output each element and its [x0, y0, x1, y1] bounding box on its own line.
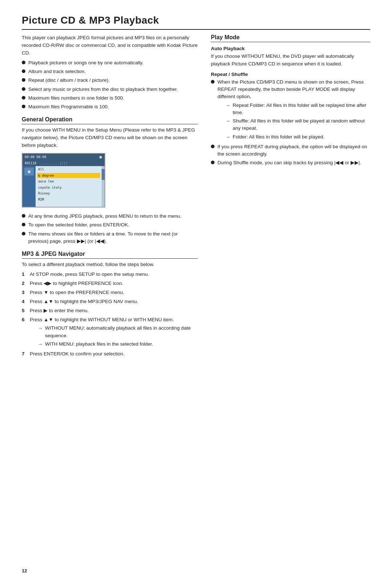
bullet-icon — [22, 105, 25, 108]
features-list: Playback pictures or songs one by one au… — [22, 59, 198, 111]
bullet-icon — [22, 232, 25, 235]
screen-list-item-disney: Disney — [37, 191, 100, 196]
step-number: 2 — [22, 280, 27, 287]
arrow-icon: → — [38, 341, 43, 348]
bullet-icon — [22, 61, 25, 64]
step-text: Press ◀▶ to highlight PREFERENCE icon. — [30, 280, 123, 287]
screen-scrollbar-thumb — [102, 169, 105, 180]
bullet-icon — [22, 223, 25, 226]
screen-scrollbar — [102, 166, 105, 208]
list-item: 7Press ENTER/OK to confirm your selectio… — [22, 350, 198, 358]
bullet-icon — [22, 78, 25, 82]
screen-list-item-degree: & degree — [37, 173, 100, 178]
screen-folder-list: All & degree aoca lee coyote italy Disne… — [36, 166, 102, 208]
intro-text: This player can playback JPEG format pic… — [22, 34, 198, 57]
arrow-icon: → — [38, 325, 43, 339]
list-item: 5Press ▶ to enter the menu. — [22, 307, 198, 315]
list-item: When the Picture CD/MP3 CD menu is shown… — [211, 78, 370, 142]
shuffle-skip-text: During Shuffle mode, you can skip tracks… — [217, 159, 361, 166]
general-operation-text: If you choose WITH MENU in the Setup Men… — [22, 126, 198, 149]
step-text: Press ▶ to enter the menu. — [30, 307, 89, 315]
arrow-item: →WITHOUT MENU: automatically playback al… — [38, 325, 198, 339]
list-item: Maximum files Programmable is 100. — [22, 103, 198, 110]
list-item: At any time during JPEG playback, press … — [22, 213, 198, 220]
list-item: 3Press ▼ to open the PREFERENCE menu. — [22, 289, 198, 297]
step-number: 7 — [22, 350, 27, 358]
arrow-item: →WITH MENU: playback files in the select… — [38, 341, 198, 348]
step-text: Press ▲▼ to highlight the WITHOUT MENU o… — [30, 316, 198, 349]
list-item: 2Press ◀▶ to highlight PREFERENCE icon. — [22, 280, 198, 287]
right-column: Play Mode Auto Playback If you choose WI… — [211, 34, 370, 362]
repeat-during-playback-text: If you press REPEAT during playback, the… — [217, 143, 370, 158]
step-number: 5 — [22, 307, 27, 315]
arrow-icon: → — [225, 133, 230, 141]
left-column: This player can playback JPEG format pic… — [22, 34, 198, 362]
list-item: If you press REPEAT during playback, the… — [211, 143, 370, 158]
list-item-text: Album and track selection. — [28, 68, 86, 75]
screen-image: 00:00 00:00 ▣ 001116 ..........|||| ▣ Al… — [22, 153, 105, 208]
step-text: Press ENTER/OK to confirm your selection… — [30, 350, 124, 358]
mp3-jpeg-navigator-title: MP3 & JPEG Navigator — [22, 251, 198, 259]
arrow-icon: → — [225, 102, 230, 117]
list-item-text: Select any music or pictures from the di… — [28, 86, 178, 93]
after-screen-bullets: At any time during JPEG playback, press … — [22, 213, 198, 245]
bullet-icon — [22, 69, 25, 73]
arrow-text: WITHOUT MENU: automatically playback all… — [45, 325, 198, 339]
step-number: 1 — [22, 271, 27, 278]
bullet-icon — [22, 87, 25, 91]
step-text: Press ▼ to open the PREFERENCE menu. — [30, 289, 124, 297]
list-item: 1At STOP mode, press SETUP to open the s… — [22, 271, 198, 278]
list-item: Select any music or pictures from the di… — [22, 86, 198, 93]
list-item: To open the selected folder, press ENTER… — [22, 221, 198, 229]
list-item-text: Repeat (disc / album / track / picture). — [28, 77, 110, 84]
step-number: 6 — [22, 316, 27, 324]
list-item: Album and track selection. — [22, 68, 198, 75]
arrow-text-shuffle: Shuffle: All files in this folder will b… — [233, 117, 370, 132]
bullet-icon — [211, 80, 215, 84]
list-item: Repeat (disc / album / track / picture). — [22, 77, 198, 84]
step-number: 3 — [22, 289, 27, 297]
auto-playback-subtitle: Auto Playback — [211, 46, 370, 51]
mp3-jpeg-navigator-intro: To select a different playback method, f… — [22, 261, 198, 269]
list-item: Playback pictures or songs one by one au… — [22, 59, 198, 67]
step-text: Press ▲▼ to highlight the MP3/JPEG NAV m… — [30, 298, 138, 306]
arrow-text-repeat-folder: Repeat Folder: All files in this folder … — [233, 102, 370, 117]
step-number: 4 — [22, 298, 27, 306]
repeat-shuffle-main-text: When the Picture CD/MP3 CD menu is shown… — [217, 78, 370, 142]
list-item: 4Press ▲▼ to highlight the MP3/JPEG NAV … — [22, 298, 198, 306]
play-mode-title: Play Mode — [211, 34, 370, 42]
list-item-text: The menu shows six files or folders at a… — [28, 230, 198, 245]
arrow-item-repeat-folder: → Repeat Folder: All files in this folde… — [225, 102, 370, 117]
bullet-icon — [211, 145, 215, 148]
repeat-shuffle-subtitle: Repeat / Shuffle — [211, 72, 370, 77]
list-item-text: Playback pictures or songs one by one au… — [28, 59, 143, 67]
screen-list-item-coyote: coyote italy — [37, 185, 100, 190]
list-item-text: To open the selected folder, press ENTER… — [28, 221, 129, 229]
bullet-icon — [211, 161, 215, 164]
screen-counter: 001116 — [25, 161, 37, 165]
arrow-item-folder: → Folder: All files in this folder will … — [225, 133, 370, 141]
screen-list-item-m2m: M2M — [37, 197, 100, 202]
list-item: Maximum files numbers in one folder is 5… — [22, 94, 198, 102]
list-item-text: Maximum files Programmable is 100. — [28, 103, 109, 110]
screen-progress: ..........|||| — [40, 161, 68, 165]
screen-topbar-left: 00:00 00:00 — [25, 155, 46, 159]
repeat-shuffle-bullets: When the Picture CD/MP3 CD menu is shown… — [211, 78, 370, 167]
screen-list-item-aoca: aoca lee — [37, 179, 100, 184]
list-item: 6Press ▲▼ to highlight the WITHOUT MENU … — [22, 316, 198, 349]
steps-list: 1At STOP mode, press SETUP to open the s… — [22, 271, 198, 358]
screen-list-item-all: All — [37, 167, 100, 172]
arrow-text-folder: Folder: All files in this folder will be… — [233, 133, 324, 141]
list-item-text: Maximum files numbers in one folder is 5… — [28, 94, 124, 102]
list-item-text: At any time during JPEG playback, press … — [28, 213, 181, 220]
list-item: The menu shows six files or folders at a… — [22, 230, 198, 245]
page-number: 12 — [22, 568, 27, 573]
arrow-item-shuffle: → Shuffle: All files in this folder will… — [225, 117, 370, 132]
arrow-text: WITH MENU: playback files in the selecte… — [45, 341, 153, 348]
arrow-icon: → — [225, 117, 230, 132]
page-title: Picture CD & MP3 Playback — [22, 15, 370, 30]
auto-playback-text: If you choose WITHOUT MENU, the DVD play… — [211, 53, 370, 68]
general-operation-title: General Operation — [22, 116, 198, 124]
bullet-icon — [22, 96, 25, 100]
bullet-icon — [22, 214, 25, 218]
